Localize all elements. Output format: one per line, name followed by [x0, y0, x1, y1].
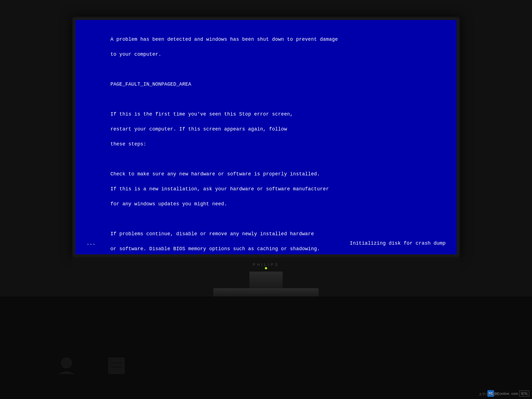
bsod-para3-line2: or software. Disable BIOS memory options… [110, 246, 320, 252]
bsod-para1-line1: If this is the first time you've seen th… [110, 111, 293, 117]
bsod-para2-line1: Check to make sure any new hardware or s… [110, 171, 320, 177]
monitor-brand: PHILIPS [253, 262, 279, 267]
desk-icon-center-left [105, 355, 127, 377]
bsod-para3-line1: If problems continue, disable or remove … [110, 231, 314, 237]
svg-point-0 [61, 357, 72, 369]
bsod-screen: A problem has been detected and windows … [75, 20, 457, 254]
monitor-outer: A problem has been detected and windows … [0, 0, 532, 399]
svg-rect-1 [108, 357, 125, 374]
desk-surface: PC PConline . com 论坛 太平洋电脑网 [0, 296, 532, 399]
screen-bezel: A problem has been detected and windows … [72, 17, 460, 258]
bsod-para1-line3: these steps: [110, 141, 146, 147]
bsod-ellipsis: ... [86, 241, 95, 246]
bsod-initializing: Initializing disk for crash dump [350, 241, 446, 246]
bsod-content: A problem has been detected and windows … [86, 28, 446, 254]
power-led [265, 267, 267, 269]
monitor-stand-neck [249, 272, 283, 288]
bsod-error-code: PAGE_FAULT_IN_NONPAGED_AREA [110, 81, 191, 87]
monitor-stand-base [213, 288, 319, 296]
bsod-para2-line2: If this is a new installation, ask your … [110, 186, 329, 192]
bsod-para2-line3: for any windows updates you might need. [110, 201, 227, 207]
desk-icon-left [55, 355, 78, 377]
bsod-para1-line2: restart your computer. If this screen ap… [110, 126, 287, 132]
site-watermark: 太平洋电脑网 [479, 392, 499, 397]
bsod-line1: A problem has been detected and windows … [110, 37, 338, 42]
luntan-label: 论坛 [519, 390, 529, 397]
bsod-line2: to your computer. [110, 52, 161, 57]
